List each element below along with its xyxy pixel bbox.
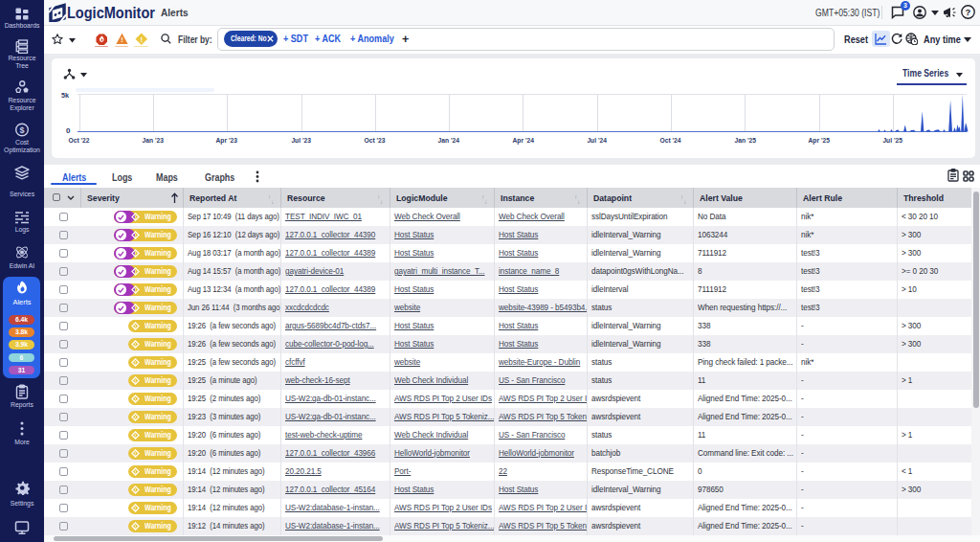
svg-text:!: !	[134, 269, 136, 275]
svg-text:!: !	[134, 305, 136, 311]
svg-text:!: !	[134, 360, 136, 366]
svg-text:!: !	[134, 433, 136, 439]
svg-text:!: !	[134, 378, 136, 384]
svg-text:!: !	[134, 324, 136, 329]
svg-text:!: !	[134, 215, 136, 220]
svg-text:!: !	[134, 233, 136, 238]
svg-text:!: !	[140, 35, 143, 44]
svg-text:!: !	[134, 451, 136, 457]
svg-text:!: !	[134, 396, 136, 402]
svg-text:?: ?	[966, 7, 971, 17]
svg-text:!: !	[121, 35, 122, 44]
svg-text:!: !	[134, 487, 136, 493]
svg-text:$: $	[19, 125, 24, 135]
svg-text:!: !	[134, 287, 136, 293]
svg-text:!: !	[134, 251, 136, 257]
svg-text:!: !	[134, 524, 136, 530]
svg-text:!: !	[134, 469, 136, 475]
svg-text:!: !	[134, 342, 136, 348]
svg-text:!: !	[134, 506, 136, 511]
svg-text:!: !	[134, 415, 136, 420]
